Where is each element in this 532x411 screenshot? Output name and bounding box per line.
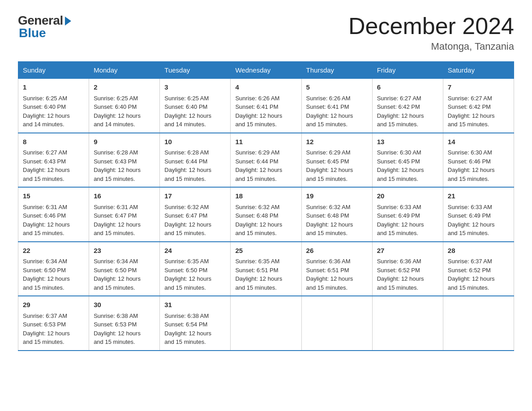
daylight-label: Daylight: 12 hours	[377, 221, 424, 228]
sunset-label: Sunset: 6:50 PM	[94, 267, 137, 274]
daylight-label: Daylight: 12 hours	[377, 112, 424, 119]
calendar-day-header: Monday	[89, 62, 160, 79]
calendar-day-cell: 2 Sunrise: 6:25 AM Sunset: 6:40 PM Dayli…	[89, 79, 160, 133]
sunset-label: Sunset: 6:40 PM	[94, 103, 137, 110]
sunset-label: Sunset: 6:47 PM	[164, 212, 207, 219]
sunrise-label: Sunrise: 6:26 AM	[235, 95, 279, 102]
sunrise-label: Sunrise: 6:32 AM	[164, 204, 209, 210]
sunset-label: Sunset: 6:47 PM	[94, 212, 137, 219]
sunset-label: Sunset: 6:50 PM	[164, 267, 207, 274]
day-number: 1	[23, 82, 84, 93]
sunrise-label: Sunrise: 6:29 AM	[306, 149, 351, 156]
daylight-label: Daylight: 12 hours	[23, 275, 70, 282]
calendar-day-cell: 7 Sunrise: 6:27 AM Sunset: 6:42 PM Dayli…	[443, 79, 514, 133]
day-number: 10	[164, 137, 226, 147]
sunset-label: Sunset: 6:46 PM	[23, 212, 66, 219]
daylight-label: Daylight: 12 hours	[164, 330, 211, 337]
sunrise-label: Sunrise: 6:27 AM	[23, 149, 67, 156]
calendar-day-cell: 10 Sunrise: 6:28 AM Sunset: 6:44 PM Dayl…	[160, 133, 231, 188]
calendar-day-header: Friday	[372, 62, 443, 79]
sunrise-label: Sunrise: 6:25 AM	[164, 95, 209, 102]
daylight-label: Daylight: 12 hours	[94, 275, 141, 282]
day-number: 30	[94, 300, 155, 310]
sunset-label: Sunset: 6:53 PM	[94, 321, 137, 328]
sunrise-label: Sunrise: 6:31 AM	[94, 204, 138, 210]
sunrise-label: Sunrise: 6:33 AM	[377, 204, 421, 210]
daylight-label: Daylight: 12 hours	[377, 275, 424, 282]
sunset-label: Sunset: 6:48 PM	[235, 212, 278, 219]
sunrise-label: Sunrise: 6:26 AM	[306, 95, 351, 102]
day-number: 27	[377, 246, 438, 256]
sunrise-label: Sunrise: 6:25 AM	[23, 95, 67, 102]
daylight-minutes: and 15 minutes.	[94, 338, 135, 345]
logo: General Blue	[18, 13, 71, 40]
calendar-day-cell	[231, 296, 301, 351]
calendar-day-cell: 31 Sunrise: 6:38 AM Sunset: 6:54 PM Dayl…	[160, 296, 231, 351]
logo-blue-text: Blue	[19, 26, 46, 40]
daylight-minutes: and 14 minutes.	[23, 121, 64, 128]
sunrise-label: Sunrise: 6:34 AM	[94, 258, 138, 265]
calendar-header-row: SundayMondayTuesdayWednesdayThursdayFrid…	[18, 62, 514, 79]
daylight-label: Daylight: 12 hours	[448, 275, 495, 282]
sunset-label: Sunset: 6:43 PM	[23, 158, 66, 165]
daylight-minutes: and 15 minutes.	[377, 284, 419, 291]
title-section: December 2024 Matonga, Tanzania	[348, 13, 514, 52]
day-number: 26	[306, 246, 368, 256]
sunrise-label: Sunrise: 6:25 AM	[94, 95, 138, 102]
sunrise-label: Sunrise: 6:38 AM	[94, 313, 138, 319]
daylight-minutes: and 15 minutes.	[235, 284, 277, 291]
day-number: 12	[306, 137, 368, 147]
sunrise-label: Sunrise: 6:35 AM	[164, 258, 209, 265]
sunset-label: Sunset: 6:43 PM	[94, 158, 137, 165]
calendar-day-cell: 11 Sunrise: 6:29 AM Sunset: 6:44 PM Dayl…	[231, 133, 301, 188]
sunset-label: Sunset: 6:42 PM	[377, 103, 420, 110]
daylight-minutes: and 15 minutes.	[23, 284, 64, 291]
day-number: 13	[377, 137, 438, 147]
daylight-minutes: and 15 minutes.	[235, 230, 277, 236]
daylight-minutes: and 14 minutes.	[94, 121, 135, 128]
sunset-label: Sunset: 6:51 PM	[306, 267, 349, 274]
day-number: 3	[164, 82, 226, 93]
daylight-minutes: and 15 minutes.	[448, 176, 489, 182]
day-number: 6	[377, 82, 438, 93]
day-number: 21	[448, 191, 509, 201]
day-number: 2	[94, 82, 155, 93]
daylight-minutes: and 15 minutes.	[377, 176, 419, 182]
day-number: 23	[94, 246, 155, 256]
sunrise-label: Sunrise: 6:27 AM	[448, 95, 492, 102]
calendar-day-cell: 5 Sunrise: 6:26 AM Sunset: 6:41 PM Dayli…	[301, 79, 372, 133]
sunset-label: Sunset: 6:40 PM	[164, 103, 207, 110]
sunset-label: Sunset: 6:49 PM	[448, 212, 491, 219]
day-number: 16	[94, 191, 155, 201]
daylight-label: Daylight: 12 hours	[164, 112, 211, 119]
day-number: 22	[23, 246, 84, 256]
calendar-day-cell: 27 Sunrise: 6:36 AM Sunset: 6:52 PM Dayl…	[372, 242, 443, 296]
sunset-label: Sunset: 6:52 PM	[448, 267, 491, 274]
month-title: December 2024	[348, 13, 514, 39]
daylight-minutes: and 15 minutes.	[448, 284, 489, 291]
sunrise-label: Sunrise: 6:35 AM	[235, 258, 279, 265]
daylight-label: Daylight: 12 hours	[23, 221, 70, 228]
daylight-label: Daylight: 12 hours	[448, 221, 495, 228]
daylight-label: Daylight: 12 hours	[164, 167, 211, 173]
calendar-day-header: Saturday	[443, 62, 514, 79]
daylight-minutes: and 14 minutes.	[164, 121, 206, 128]
day-number: 25	[235, 246, 296, 256]
location-text: Matonga, Tanzania	[348, 41, 514, 52]
calendar-day-cell	[443, 296, 514, 351]
sunrise-label: Sunrise: 6:28 AM	[94, 149, 138, 156]
day-number: 31	[164, 300, 226, 310]
daylight-label: Daylight: 12 hours	[23, 167, 70, 173]
daylight-minutes: and 15 minutes.	[23, 230, 64, 236]
calendar-day-cell: 1 Sunrise: 6:25 AM Sunset: 6:40 PM Dayli…	[18, 79, 89, 133]
day-number: 14	[448, 137, 509, 147]
daylight-label: Daylight: 12 hours	[377, 167, 424, 173]
daylight-label: Daylight: 12 hours	[306, 167, 353, 173]
daylight-label: Daylight: 12 hours	[235, 221, 282, 228]
sunset-label: Sunset: 6:45 PM	[306, 158, 349, 165]
day-number: 8	[23, 137, 84, 147]
sunrise-label: Sunrise: 6:36 AM	[306, 258, 351, 265]
sunrise-label: Sunrise: 6:29 AM	[235, 149, 279, 156]
daylight-label: Daylight: 12 hours	[94, 330, 141, 337]
calendar-day-cell: 25 Sunrise: 6:35 AM Sunset: 6:51 PM Dayl…	[231, 242, 301, 296]
